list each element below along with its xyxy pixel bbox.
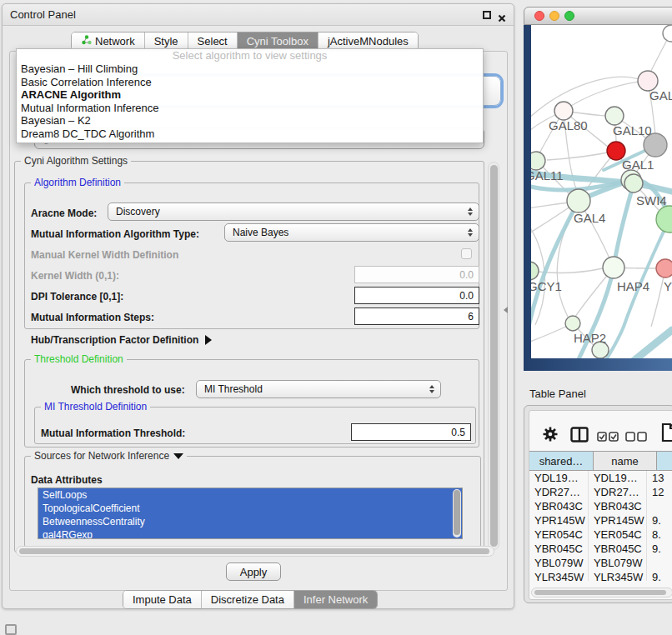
table-row[interactable]: YDR27…YDR27…12 <box>529 485 672 499</box>
tab-cyni-toolbox[interactable]: Cyni Toolbox <box>237 32 318 50</box>
network-node[interactable] <box>565 316 580 331</box>
mi-steps-field[interactable]: 6 <box>354 308 479 325</box>
deselect-all-icon[interactable] <box>625 430 647 445</box>
minimized-panel-icon[interactable] <box>5 624 17 635</box>
dpi-tolerance-field[interactable]: 0.0 <box>354 287 479 304</box>
table-row[interactable]: YDL19…YDL19…13 <box>529 471 672 485</box>
settings-vertical-scrollbar-thumb[interactable] <box>490 165 498 547</box>
network-node[interactable] <box>624 174 643 192</box>
table-cell: YDR27… <box>589 485 647 499</box>
split-view-icon[interactable] <box>570 427 589 446</box>
close-icon[interactable] <box>498 11 506 19</box>
aracne-mode-combobox[interactable]: Discovery <box>108 202 479 221</box>
node-label: GAL1 <box>622 158 654 172</box>
tab-label: Discretize Data <box>211 593 284 606</box>
tab-impute-data[interactable]: Impute Data <box>123 591 201 608</box>
algorithm-option-basic-correlation-inference[interactable]: Basic Correlation Inference <box>17 76 483 89</box>
network-node[interactable] <box>603 257 624 278</box>
table-row[interactable]: YER054CYER054C8. <box>529 528 672 542</box>
network-node[interactable] <box>663 25 672 42</box>
table-row[interactable]: YBR043CYBR043C <box>529 499 672 513</box>
node-label: Y <box>664 279 672 293</box>
column-header-shared[interactable]: shared… <box>529 451 594 471</box>
float-window-icon[interactable] <box>483 11 491 19</box>
attributes-list-scrollbar-thumb[interactable] <box>454 490 460 535</box>
table-horizontal-scrollbar[interactable] <box>531 588 672 598</box>
tab-discretize-data[interactable]: Discretize Data <box>201 591 293 608</box>
table-horizontal-scrollbar-thumb[interactable] <box>534 590 666 595</box>
gear-icon[interactable] <box>542 426 559 446</box>
select-all-icon[interactable] <box>597 430 619 445</box>
tab-style[interactable]: Style <box>144 32 188 50</box>
table-cell: YBL079W <box>529 556 589 570</box>
network-node[interactable] <box>656 259 672 278</box>
settings-horizontal-scrollbar-thumb[interactable] <box>19 548 489 554</box>
threshold-definition-legend: Threshold Definition <box>31 353 127 365</box>
algorithm-option-bayesian-hill-climbing[interactable]: Bayesian – Hill Climbing <box>17 62 483 76</box>
algorithm-option-dream8-dc-tdc-algorithm[interactable]: Dream8 DC_TDC Algorithm <box>17 128 483 141</box>
network-node[interactable] <box>531 152 545 170</box>
mi-threshold-definition-legend: MI Threshold Definition <box>41 401 150 412</box>
table-cell: YLR345W <box>589 570 647 581</box>
panel-divider-collapse-arrow[interactable] <box>504 307 508 313</box>
mi-threshold-field[interactable]: 0.5 <box>351 423 471 441</box>
attribute-item-selfloops[interactable]: SelfLoops <box>38 488 462 502</box>
settings-vertical-scrollbar[interactable] <box>488 162 499 550</box>
table-cell <box>647 499 672 513</box>
network-node[interactable] <box>554 102 573 120</box>
table-cell: 9. <box>647 513 672 528</box>
data-attributes-list[interactable]: SelfLoopsTopologicalCoefficientBetweenne… <box>38 488 463 539</box>
mi-threshold-label: Mutual Information Threshold: <box>41 428 185 439</box>
table-cell: YER054C <box>529 528 589 542</box>
table-row[interactable]: YBL079WYBL079W <box>529 556 672 570</box>
network-view-window: GALGAL80GAL10GAL11GAL1GAL4SWI4GCY1HAP4YH… <box>524 7 672 371</box>
mi-algorithm-type-combobox[interactable]: Naive Bayes <box>224 223 479 242</box>
table-cell: YBR045C <box>589 542 647 556</box>
attributes-list-scrollbar[interactable] <box>453 489 461 538</box>
table-row[interactable]: YLR345WYLR345W9. <box>529 570 672 581</box>
table-cell: YPR145W <box>589 513 647 528</box>
column-header-a[interactable]: A <box>657 451 672 471</box>
document-icon[interactable] <box>661 422 672 446</box>
tab-infer-network[interactable]: Infer Network <box>293 591 377 608</box>
network-node[interactable] <box>531 262 539 280</box>
node-label: SWI4 <box>636 193 667 208</box>
network-graph[interactable]: GALGAL80GAL10GAL11GAL1GAL4SWI4GCY1HAP4YH… <box>531 25 672 358</box>
table-cell: YLR345W <box>529 570 589 581</box>
which-threshold-combobox[interactable]: MI Threshold <box>196 380 441 398</box>
network-node[interactable] <box>567 189 590 212</box>
settings-horizontal-scrollbar[interactable] <box>16 546 494 557</box>
attribute-item-betweennesscentrality[interactable]: BetweennessCentrality <box>38 515 462 528</box>
network-canvas[interactable]: GALGAL80GAL10GAL11GAL1GAL4SWI4GCY1HAP4YH… <box>531 25 672 358</box>
column-header-name[interactable]: name <box>594 451 657 471</box>
apply-button[interactable]: Apply <box>226 562 281 581</box>
attribute-item-gal4rgexp[interactable]: gal4RGexp <box>38 528 462 539</box>
table-row[interactable]: YBR045CYBR045C9. <box>529 542 672 556</box>
control-panel-window: Control Panel NetworkStyleSelectCyni Too… <box>2 3 514 609</box>
tab-network[interactable]: Network <box>72 32 144 50</box>
attribute-item-topologicalcoefficient[interactable]: TopologicalCoefficient <box>38 502 462 515</box>
sources-legend[interactable]: Sources for Network Inference <box>31 450 187 462</box>
network-edge-highlighted <box>624 330 672 358</box>
mac-close-button[interactable] <box>534 11 544 21</box>
network-node[interactable] <box>605 107 624 125</box>
algorithm-option-mutual-information-inference[interactable]: Mutual Information Inference <box>17 102 483 115</box>
algorithm-option-aracne-algorithm[interactable]: ARACNE Algorithm <box>17 88 483 102</box>
tab-select[interactable]: Select <box>188 32 237 50</box>
table-row[interactable]: YPR145WYPR145W9. <box>529 513 672 528</box>
algorithm-definition-legend: Algorithm Definition <box>31 177 124 188</box>
tab-label: Impute Data <box>133 593 192 606</box>
table-cell: YPR145W <box>529 513 589 528</box>
manual-kernel-width-checkbox[interactable] <box>461 248 472 259</box>
dpi-tolerance-label: DPI Tolerance [0,1]: <box>31 291 123 302</box>
network-window-titlebar[interactable] <box>524 7 672 25</box>
hub-definition-expander[interactable]: Hub/Transcription Factor Definition <box>31 334 212 346</box>
collapse-down-icon <box>173 453 183 459</box>
mac-zoom-button[interactable] <box>564 11 574 21</box>
table-cell: 8. <box>647 528 672 542</box>
algorithm-option-bayesian-k2[interactable]: Bayesian – K2 <box>17 114 483 128</box>
table-cell: YBR043C <box>589 499 647 513</box>
tab-jactivemnodules[interactable]: jActiveMNodules <box>318 32 418 50</box>
data-attributes-label: Data Attributes <box>31 474 103 486</box>
mac-minimize-button[interactable] <box>549 11 559 21</box>
